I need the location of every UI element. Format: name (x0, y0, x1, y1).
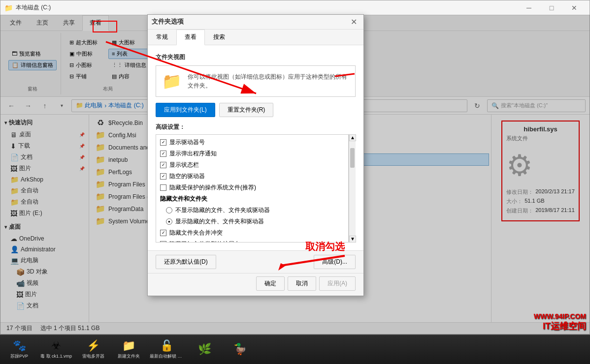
scrollbar-up[interactable]: ▲ (349, 134, 356, 141)
taskbar-icon-5: 🔓 (160, 339, 173, 352)
folder-view-buttons: 应用到文件夹(L) 重置文件夹(R) (156, 103, 356, 117)
setting-group-header: 隐藏文件和文件夹 (158, 193, 346, 205)
dialog-tab-general[interactable]: 常规 (148, 30, 176, 45)
dialog-body: 文件夹视图 📁 你可以将此视图（如详细信息或图标）应用于这种类型的所有文件夹。 … (148, 45, 363, 250)
taskbar-icon-4: 📁 (122, 339, 135, 352)
dialog-close-button[interactable]: ✕ (348, 16, 360, 28)
dialog-bottom-buttons: 确定 取消 应用(A) (148, 273, 363, 296)
setting-show-statusbar[interactable]: 显示状态栏 (158, 159, 346, 171)
taskbar-item-1[interactable]: 🐾 苏躁PVP (2, 337, 36, 363)
setting-show-popup[interactable]: 显示弹出程序通知 (158, 148, 346, 159)
folder-view-description: 你可以将此视图（如详细信息或图标）应用于这种类型的所有文件夹。 (188, 72, 349, 90)
window-title: 本地磁盘 (C:) (16, 3, 51, 12)
setting-radio-1 (166, 207, 172, 213)
taskbar-icon-2: ☣ (51, 339, 61, 352)
setting-checkbox-5 (160, 184, 166, 191)
folder-options-dialog: 文件夹选项 ✕ 常规 查看 搜索 文件夹视图 📁 你可以将此视图（如详细信息或图… (147, 14, 364, 296)
apply-to-folders-btn[interactable]: 应用到文件夹(L) (156, 103, 215, 117)
maximize-button[interactable]: □ (540, 0, 563, 15)
taskbar-item-2[interactable]: ☣ 毒 取 ck1.1.vmp (37, 337, 75, 363)
ok-btn[interactable]: 确定 (256, 276, 285, 291)
taskbar-item-3[interactable]: ⚡ 雷电多开器 (76, 337, 110, 363)
setting-show-hidden[interactable]: 显示隐藏的文件、文件夹和驱动器 (158, 216, 346, 227)
folder-large-icon: 📁 (162, 72, 182, 91)
apply-btn[interactable]: 应用(A) (319, 276, 356, 291)
dialog-title-bar: 文件夹选项 ✕ (148, 15, 363, 30)
taskbar-icon-6: 🌿 (198, 343, 211, 356)
taskbar-icon-7: 🦆 (233, 343, 247, 356)
window-icon: 📁 (4, 4, 13, 12)
dialog-title: 文件夹选项 (152, 17, 184, 26)
setting-hide-empty-drives[interactable]: 隐空的驱动器 (158, 171, 346, 182)
title-bar: 📁 本地磁盘 (C:) ─ □ ✕ (0, 0, 590, 15)
cancel-btn[interactable]: 取消 (288, 276, 316, 291)
minimize-button[interactable]: ─ (518, 0, 540, 15)
taskbar-item-6[interactable]: 🌿 (187, 337, 222, 363)
scrollbar-down[interactable]: ▼ (349, 236, 356, 243)
watermark-title: IT运维空间 (534, 320, 586, 332)
dialog-tabs: 常规 查看 搜索 (148, 30, 363, 45)
setting-dont-show-hidden[interactable]: 不显示隐藏的文件、文件夹或驱动器 (158, 205, 346, 216)
setting-checkbox-4 (160, 173, 166, 180)
taskbar-item-4[interactable]: 📁 新建文件夹 (111, 337, 146, 363)
setting-checkbox-2 (160, 151, 166, 157)
dialog-footer: 还原为默认值(D) 高级(D)... (148, 250, 363, 273)
restore-defaults-btn[interactable]: 还原为默认值(D) (156, 255, 216, 269)
title-bar-left: 📁 本地磁盘 (C:) (4, 3, 51, 12)
setting-hide-extensions[interactable]: 隐藏已知文件类型的扩展名 (158, 239, 346, 243)
setting-checkbox-7 (160, 241, 166, 243)
dialog-tab-search[interactable]: 搜索 (205, 30, 233, 45)
close-button[interactable]: ✕ (563, 0, 586, 15)
taskbar-icon-3: ⚡ (87, 339, 100, 352)
taskbar-item-5[interactable]: 🔓 最新自动解锁 印信(1) (147, 337, 186, 363)
settings-container: 显示驱动器号 显示弹出程序通知 显示状态栏 隐空的驱动器 (156, 134, 356, 243)
taskbar-icon-1: 🐾 (13, 339, 26, 352)
setting-show-drive-letter[interactable]: 显示驱动器号 (158, 137, 346, 148)
settings-scrollbar[interactable]: ▲ ▼ (349, 134, 356, 243)
reset-folders-btn[interactable]: 重置文件夹(R) (219, 103, 274, 117)
taskbar: 🐾 苏躁PVP ☣ 毒 取 ck1.1.vmp ⚡ 雷电多开器 📁 新建文件夹 … (0, 334, 590, 364)
folder-view-box: 📁 你可以将此视图（如详细信息或图标）应用于这种类型的所有文件夹。 (156, 65, 356, 97)
setting-hide-folder-merge[interactable]: 隐藏文件夹合并冲突 (158, 227, 346, 239)
scrollbar-thumb[interactable] (350, 148, 355, 168)
taskbar-item-7[interactable]: 🦆 (223, 337, 257, 363)
setting-checkbox-6 (160, 230, 166, 236)
title-bar-controls: ─ □ ✕ (518, 0, 586, 15)
setting-checkbox-1 (160, 139, 166, 146)
dialog-overlay: 文件夹选项 ✕ 常规 查看 搜索 文件夹视图 📁 你可以将此视图（如详细信息或图… (0, 15, 590, 334)
advanced-btn[interactable]: 高级(D)... (314, 255, 356, 269)
dialog-tab-view[interactable]: 查看 (176, 30, 205, 45)
watermark-site: WWW.94IP.COM (534, 312, 586, 320)
watermark: WWW.94IP.COM IT运维空间 (534, 312, 586, 332)
setting-radio-2 (166, 218, 172, 225)
advanced-settings-label: 高级设置： (156, 123, 356, 131)
settings-list: 显示驱动器号 显示弹出程序通知 显示状态栏 隐空的驱动器 (156, 134, 349, 243)
folder-view-title: 文件夹视图 (156, 53, 356, 61)
setting-hide-protected[interactable]: 隐藏受保护的操作系统文件(推荐) (158, 182, 346, 193)
setting-checkbox-3 (160, 162, 166, 168)
